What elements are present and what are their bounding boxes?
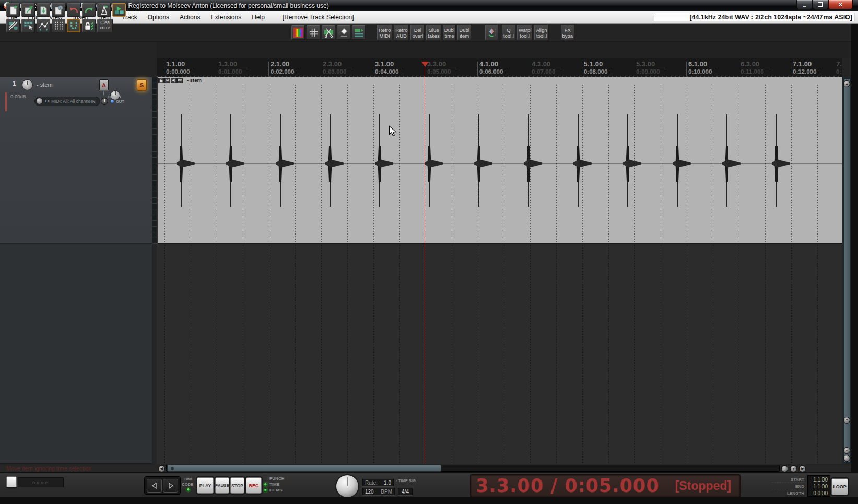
horizontal-scrollbar-row: Move item ignoring time selection ◀ − + …: [0, 464, 858, 473]
record-button[interactable]: REC: [246, 477, 262, 494]
close-button[interactable]: ×: [828, 0, 853, 9]
playrate-field[interactable]: Rate:1.0: [362, 479, 394, 486]
track-input-selector[interactable]: MIDI: All: All channels: [51, 99, 91, 104]
menu-item-options[interactable]: Options: [143, 11, 174, 23]
reaper-window: [unsaved project] - REAPER v5.18/x64 - R…: [0, 0, 858, 504]
ruler-mark-1-3-00: 1.3.000:01.000: [217, 60, 248, 75]
track-panel[interactable]: 1 - stem 0.00dB A center S FX MIDI: All:…: [0, 77, 152, 244]
pause-button[interactable]: PAUSE: [215, 477, 229, 494]
track-name[interactable]: - stem: [37, 81, 53, 88]
toolbar-button-retro-midi[interactable]: RetroMIDI: [377, 25, 392, 40]
toolbar-button-clea-curre[interactable]: Cleacurre: [97, 19, 113, 32]
media-explorer-icon[interactable]: [112, 3, 126, 17]
time-label[interactable]: TIME: [269, 482, 279, 487]
horizontal-zoom-out-icon[interactable]: −: [781, 465, 788, 472]
minimize-button[interactable]: –: [796, 0, 813, 9]
time-selection-led[interactable]: [264, 483, 267, 486]
punch-label[interactable]: PUNCH: [269, 476, 284, 481]
horizontal-scrollbar-thumb[interactable]: [167, 465, 441, 472]
items-label[interactable]: ITEMS: [269, 488, 282, 493]
action-slot-button[interactable]: [6, 476, 17, 487]
quantize-tool-icon[interactable]: [485, 25, 498, 40]
docker-grid-icon[interactable]: [21, 19, 35, 32]
toolbar-button-del-overl[interactable]: Deloverl: [410, 25, 425, 40]
envelope-points-icon[interactable]: [37, 19, 50, 32]
theme-palette-icon[interactable]: [291, 25, 305, 40]
stop-button[interactable]: STOP: [230, 477, 244, 494]
toolbar-button-warpi-tool-l[interactable]: Warpitool.l: [517, 25, 533, 40]
horizontal-zoom-in-icon[interactable]: +: [790, 465, 797, 472]
timecode-led[interactable]: [186, 488, 190, 491]
action-display[interactable]: none: [18, 477, 64, 487]
record-arm-button[interactable]: [36, 98, 43, 104]
undo-icon[interactable]: [67, 3, 80, 17]
scroll-up-icon[interactable]: ▲: [843, 80, 850, 87]
selection-values[interactable]: 1.1.00 1.1.00 0.0.00: [807, 475, 830, 497]
track-automation-button[interactable]: A: [99, 79, 109, 90]
vertical-scrollbar[interactable]: ▲ ▼ + −: [842, 77, 851, 464]
menubar: FileEditViewInsertItemTrackOptionsAction…: [0, 11, 858, 24]
track-pan-tick: [103, 91, 104, 95]
playhead-line[interactable]: [425, 61, 425, 464]
selection-end-value[interactable]: 1.1.00: [808, 483, 828, 490]
open-project-icon[interactable]: [21, 3, 35, 17]
items-led[interactable]: [264, 488, 267, 492]
transport-position-display[interactable]: 3.3.00 / 0:05.000 [Stopped]: [470, 474, 741, 497]
project-settings-icon[interactable]: i: [52, 3, 65, 17]
toolbar-button-align-tool-l[interactable]: Aligntool.l: [534, 25, 548, 40]
menu-item-actions[interactable]: Actions: [174, 11, 205, 23]
play-button[interactable]: PLAY: [197, 477, 214, 494]
audio-status-display[interactable]: [44.1kHz 24bit WAV : 2/2ch 1024spls ~24/…: [654, 13, 855, 21]
selection-length-value[interactable]: 0.0.00: [808, 490, 828, 497]
toolbar-button-glue-takes[interactable]: Gluetakes: [426, 25, 441, 40]
scroll-down-icon[interactable]: ▼: [843, 417, 850, 424]
track-fx-button[interactable]: FX: [45, 99, 50, 103]
grid-lines-icon[interactable]: [52, 19, 65, 32]
redo-icon[interactable]: [82, 3, 96, 17]
toolbar-button-q-tool-l[interactable]: Qtool.l: [502, 25, 515, 40]
ruler-mark-5-3-00: 5.3.000:09.000: [634, 60, 665, 75]
menu-item-help[interactable]: Help: [246, 11, 270, 23]
toolbar-button-dubl-time[interactable]: Dubltime: [443, 25, 456, 40]
selection-start-value[interactable]: 1.1.00: [808, 476, 828, 483]
save-project-icon[interactable]: [37, 3, 50, 17]
track-panel-empty-area[interactable]: [0, 244, 152, 464]
metronome-icon[interactable]: [97, 3, 111, 17]
go-to-end-button[interactable]: [163, 479, 178, 493]
toolbar-button-dubl-item[interactable]: Dublitem: [457, 25, 471, 40]
track-volume-knob[interactable]: [22, 79, 33, 90]
vertical-scrollbar-thumb[interactable]: [843, 78, 851, 463]
grid-toggle-icon[interactable]: [307, 25, 320, 40]
new-project-icon[interactable]: [6, 3, 20, 17]
lock-settings-icon[interactable]: [82, 19, 96, 32]
go-to-start-button[interactable]: [147, 479, 162, 493]
bpm-field[interactable]: 120BPM: [362, 488, 395, 495]
window-bottom-edge: [0, 497, 858, 504]
track-panel-divider[interactable]: [152, 244, 157, 464]
toolbar-button-fx-bypa[interactable]: FXbypa: [561, 25, 575, 40]
scroll-left-icon[interactable]: ◀: [158, 465, 165, 472]
ruler-mark-4-3-00: 4.3.000:07.000: [530, 60, 561, 75]
playhead-marker[interactable]: [421, 61, 429, 67]
polish-items-icon[interactable]: [337, 25, 350, 40]
vertical-zoom-out-icon[interactable]: −: [843, 455, 850, 462]
track-solo-button[interactable]: S: [137, 79, 147, 91]
loop-button[interactable]: LOOP: [831, 478, 848, 495]
toolbar-button-retro-aud[interactable]: RetroAUD: [394, 25, 409, 40]
split-items-icon[interactable]: [322, 25, 335, 40]
routing-mute-icon[interactable]: [6, 19, 20, 32]
track-monitor-knob[interactable]: [101, 98, 108, 105]
media-item-props-icon[interactable]: [352, 25, 366, 40]
vertical-zoom-in-icon[interactable]: +: [843, 447, 850, 454]
titlebar[interactable]: [unsaved project] - REAPER v5.18/x64 - R…: [0, 0, 858, 11]
timesig-field[interactable]: 4/4: [398, 488, 413, 495]
playrate-knob[interactable]: [335, 474, 359, 498]
menu-item-remove-track-selection[interactable]: [Remove Track Selection]: [278, 11, 358, 23]
snap-magnet-icon[interactable]: [67, 19, 80, 32]
track-output-led: [111, 100, 114, 103]
maximize-button[interactable]: [813, 0, 828, 9]
menu-item-extensions[interactable]: Extensions: [205, 11, 246, 23]
arrange-view[interactable]: MFX - stem: [157, 77, 842, 464]
scroll-right-icon[interactable]: ▶: [799, 465, 806, 472]
timeline-ruler[interactable]: 1.1.000:00.0001.3.000:01.0002.1.000:02.0…: [157, 58, 842, 77]
